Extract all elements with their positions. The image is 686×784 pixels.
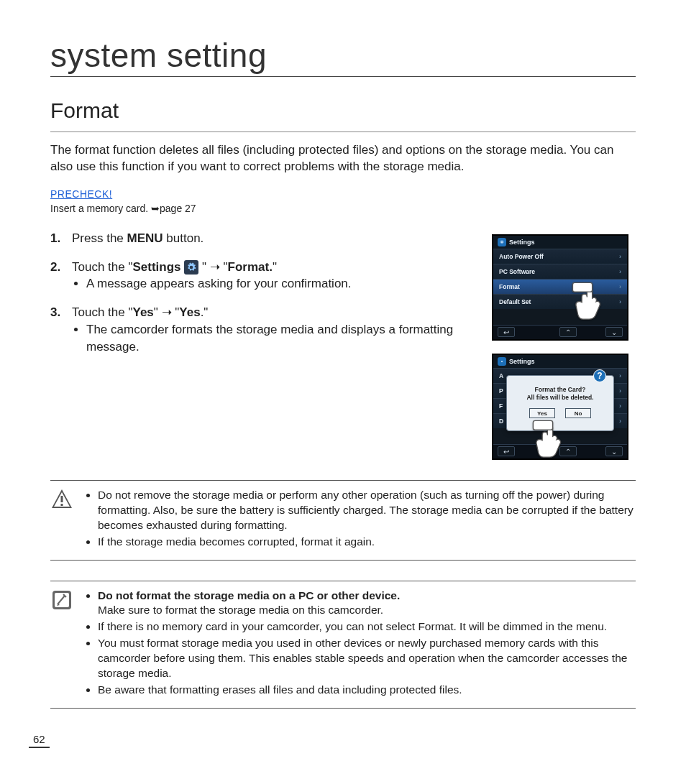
dialog-line-2: All files will be deleted. — [526, 394, 593, 402]
info-note-3: You must format storage media you used i… — [98, 636, 636, 681]
gear-icon — [498, 357, 506, 366]
precheck-text: Insert a memory card. ➥page 27 — [50, 203, 636, 214]
warning-note-2: If the storage media becomes corrupted, … — [98, 535, 636, 550]
menu-item-default-set[interactable]: Default Set› — [493, 294, 627, 309]
info-note-2: If there is no memory card in your camco… — [98, 619, 636, 635]
svg-point-2 — [501, 361, 503, 362]
figure-title: Settings — [509, 358, 535, 365]
warning-note-box: Do not remove the storage media or perfo… — [50, 480, 636, 561]
scroll-up-button[interactable]: ⌃ — [559, 327, 577, 337]
chevron-right-icon: › — [619, 268, 621, 275]
info-note-1: Do not format the storage media on a PC … — [98, 589, 636, 619]
gear-icon — [184, 260, 198, 275]
chevron-right-icon: › — [619, 298, 621, 305]
svg-rect-6 — [61, 496, 63, 502]
step-2-bullet: A message appears asking for your confir… — [86, 275, 477, 292]
section-title: Format — [50, 98, 636, 123]
page-number: 62 — [29, 733, 50, 748]
divider — [50, 132, 636, 132]
menu-item-auto-power-off[interactable]: Auto Power Off› — [493, 249, 627, 264]
menu-item-format[interactable]: Format› — [493, 279, 627, 294]
question-icon: ? — [593, 369, 606, 382]
svg-rect-7 — [61, 504, 63, 506]
figure-title: Settings — [509, 239, 535, 246]
step-3-bullet: The camcorder formats the storage media … — [86, 321, 477, 356]
chapter-title: system setting — [50, 36, 636, 77]
back-button[interactable]: ↩ — [498, 446, 515, 456]
confirm-dialog: ? Format the Card? All files will be del… — [506, 375, 614, 431]
step-2: Touch the "Settings " ➝ "Format." A mess… — [50, 259, 477, 293]
back-button[interactable]: ↩ — [498, 327, 515, 337]
warning-note-1: Do not remove the storage media or perfo… — [98, 488, 636, 533]
chevron-right-icon: › — [619, 253, 621, 260]
dialog-yes-button[interactable]: Yes — [529, 408, 555, 418]
note-icon — [50, 589, 73, 612]
scroll-up-button[interactable]: ⌃ — [559, 446, 577, 456]
info-note-4: Be aware that formatting erases all file… — [98, 683, 636, 698]
figure-settings-menu: Settings Auto Power Off› PC Software› Fo… — [492, 234, 628, 341]
chevron-right-icon: › — [619, 283, 621, 290]
intro-text: The format function deletes all files (i… — [50, 142, 626, 175]
precheck-label: PRECHECK! — [50, 188, 636, 200]
scroll-down-button[interactable]: ⌄ — [605, 446, 623, 456]
step-1: Press the MENU button. — [50, 230, 477, 247]
step-3: Touch the "Yes" ➝ "Yes." The camcorder f… — [50, 304, 477, 355]
warning-icon — [50, 488, 73, 511]
dialog-no-button[interactable]: No — [565, 408, 591, 418]
scroll-down-button[interactable]: ⌄ — [605, 327, 623, 337]
gear-icon — [498, 238, 506, 246]
dialog-line-1: Format the Card? — [535, 386, 586, 394]
info-note-box: Do not format the storage media on a PC … — [50, 581, 636, 709]
menu-item-pc-software[interactable]: PC Software› — [493, 264, 627, 279]
figure-format-dialog: Settings A› P› F› D› ? Format the Card? … — [492, 354, 628, 460]
